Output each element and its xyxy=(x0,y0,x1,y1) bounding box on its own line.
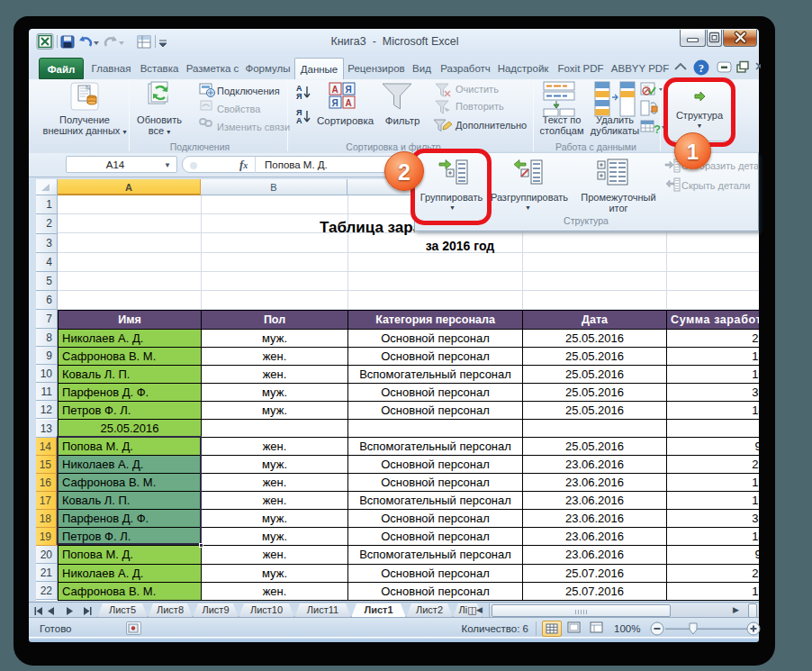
svg-text:?: ? xyxy=(699,62,704,75)
